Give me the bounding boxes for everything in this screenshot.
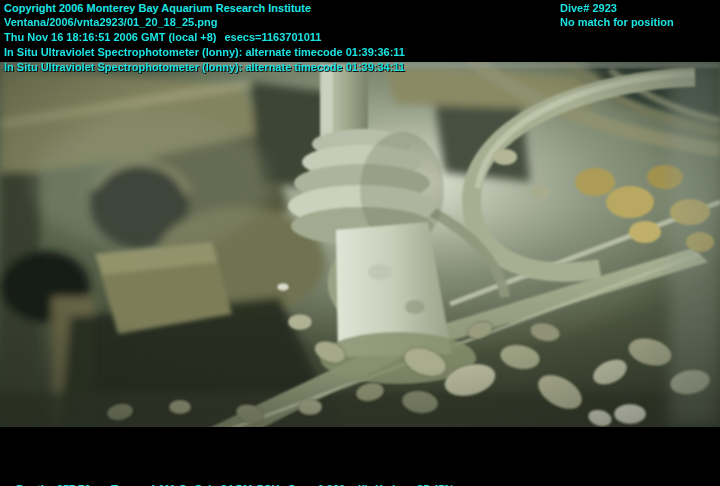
position-status: No match for position — [560, 16, 674, 28]
underwater-scene — [0, 62, 720, 427]
underwater-video-frame — [0, 62, 720, 427]
dive-number: Dive# 2923 — [560, 2, 617, 14]
water-haze — [0, 62, 720, 427]
rov-video-still: Copyright 2006 Monterey Bay Aquarium Res… — [0, 0, 720, 486]
instrument-timecode-line-2: In Situ Ultraviolet Spectrophotometer (l… — [4, 61, 405, 73]
datetime-line: Thu Nov 16 18:16:51 2006 GMT (local +8)e… — [4, 31, 321, 43]
esecs-text: esecs=1163701011 — [224, 31, 321, 43]
instrument-timecode-line-1: In Situ Ultraviolet Spectrophotometer (l… — [4, 46, 405, 58]
file-path-line: Ventana/2006/vnta2923/01_20_18_25.png — [4, 16, 217, 28]
telemetry-line: Depth= 957.70 mTemp= 4.111 CSal= 34.511 … — [4, 471, 454, 486]
datetime-text: Thu Nov 16 18:16:51 2006 GMT (local +8) — [4, 31, 216, 43]
copyright-line: Copyright 2006 Monterey Bay Aquarium Res… — [4, 2, 311, 14]
